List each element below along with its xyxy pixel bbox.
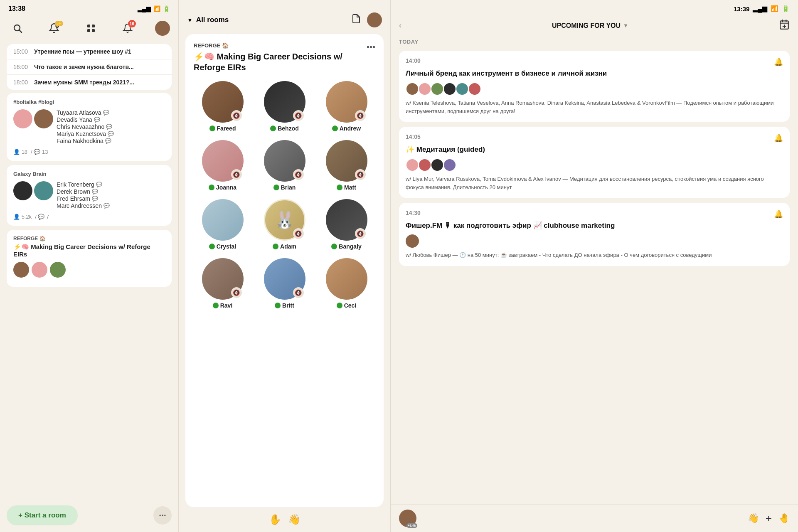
event-avatars-3 <box>406 234 783 248</box>
ev2-avatar-3 <box>431 158 444 172</box>
speaker-fareed[interactable]: 🔇 Fareed <box>194 81 251 132</box>
speaker-matt[interactable]: 🔇 Matt <box>318 140 375 191</box>
event-card-1430[interactable]: 14:30 🔔 Фишер.FM 🎙 как подготовить эфир … <box>399 203 790 266</box>
left-panel: 13:38 ▂▄▆ 📶 🔋 ✨ <box>0 0 179 532</box>
joanna-name: Joanna <box>209 184 236 191</box>
fareed-name: Fareed <box>209 125 236 132</box>
notification-badge: 16 <box>128 20 136 27</box>
event-title-3: Фишер.FM 🎙 как подготовить эфир 📈 clubho… <box>406 221 783 230</box>
chat-tags: #boltalka #blogi <box>13 99 165 105</box>
brian-name: Brian <box>273 184 296 191</box>
wifi-icon: 📶 <box>153 5 160 12</box>
event-time-1: 14:00 🔔 <box>406 57 783 66</box>
member-name-4: Mariya Kuznetsova 💬 <box>57 131 165 137</box>
room-detail-card: REFORGE 🏠 ⚡🧠 Making Big Career Decisions… <box>185 34 384 507</box>
member-names-list: Tuyaara Atlasova 💬 Devadis Yana 💬 Chris … <box>57 109 165 145</box>
all-rooms-button[interactable]: ▼ All rooms <box>187 16 229 24</box>
event-bell-1[interactable]: 🔔 <box>774 57 783 66</box>
bell-button[interactable]: 16 <box>118 19 137 37</box>
speaker-andrew[interactable]: 🔇 Andrew <box>318 81 375 132</box>
chat-card-boltalka[interactable]: #boltalka #blogi Tuyaara Atlasova 💬 Deva… <box>7 93 172 161</box>
member-name-2: Devadis Yana 💬 <box>57 116 165 123</box>
room-detail-title: ⚡🧠 Making Big Career Decisions w/ Reforg… <box>194 51 367 73</box>
matt-badge <box>337 185 342 190</box>
speaker-bangaly[interactable]: 🔇 Bangaly <box>318 199 375 250</box>
schedule-title-2: Что такое и зачем нужна благотв... <box>34 64 134 70</box>
leave-icon[interactable]: 👋 <box>288 514 300 525</box>
svg-point-8 <box>162 515 163 516</box>
battery-icon: 🔋 <box>163 5 170 12</box>
left-room-speakers <box>13 262 165 278</box>
back-button[interactable]: ‹ <box>399 21 401 30</box>
event-card-1405[interactable]: 14:05 🔔 ✨ Медитация (guided) w/ Liya Mur… <box>399 127 790 198</box>
joanna-mic-icon: 🔇 <box>231 169 242 180</box>
andrew-mic-icon: 🔇 <box>355 110 366 121</box>
plus-icon[interactable]: + <box>766 512 772 525</box>
fareed-badge <box>209 126 215 131</box>
left-speaker-2 <box>32 262 47 278</box>
room-more-button[interactable]: ••• <box>367 42 375 52</box>
left-room-card[interactable]: REFORGE 🏠 ⚡🧠 Making Big Career Decisions… <box>7 230 172 287</box>
activity-icon: ✨ <box>55 21 63 26</box>
schedule-item-3[interactable]: 18:00 Зачем нужны SMM тренды 2021?... <box>7 75 172 90</box>
schedule-item-2[interactable]: 16:00 Что такое и зачем нужна благотв... <box>7 59 172 75</box>
schedule-item-1[interactable]: 15:00 Утренние псы — утреннее шоу #1 <box>7 44 172 59</box>
room-detail-org: REFORGE 🏠 <box>194 42 367 49</box>
today-label: TODAY <box>399 39 790 45</box>
matt-name: Matt <box>337 184 356 191</box>
galaxy-member-2: Derek Brown 💬 <box>57 188 165 195</box>
schedule-time-2: 16:00 <box>13 64 34 70</box>
ravi-badge <box>213 303 219 308</box>
brian-mic-icon: 🔇 <box>293 169 304 180</box>
galaxy-member-1: Erik Torenberg 💬 <box>57 181 165 188</box>
event-avatars-1 <box>406 82 783 96</box>
mid-user-avatar[interactable] <box>367 12 382 27</box>
speaker-crystal[interactable]: Crystal <box>194 199 251 250</box>
svg-line-1 <box>20 30 22 33</box>
left-room-org: REFORGE 🏠 <box>13 236 165 241</box>
event-bell-3[interactable]: 🔔 <box>774 209 783 219</box>
schedule-section: 15:00 Утренние псы — утреннее шоу #1 16:… <box>7 44 172 90</box>
hand-icon[interactable]: ✋ <box>269 514 281 525</box>
ev1-avatar-2 <box>418 82 431 96</box>
speaker-adam[interactable]: 🐰 🔇 Adam <box>256 199 313 250</box>
calendar-add-icon[interactable] <box>779 19 790 32</box>
signal-icon: ▂▄▆ <box>138 5 151 12</box>
notifications-button[interactable]: ✨ <box>45 19 63 37</box>
fareed-mic-icon: 🔇 <box>231 110 242 121</box>
svg-point-9 <box>164 515 165 516</box>
ev1-avatar-1 <box>406 82 419 96</box>
wave-icon[interactable]: 👋 <box>748 513 759 524</box>
crystal-name: Crystal <box>209 243 236 250</box>
chat-card-galaxy[interactable]: Galaxy Brain Erik Torenberg 💬 Derek Brow… <box>7 165 172 226</box>
hand-raise-icon[interactable]: 🤚 <box>778 513 790 524</box>
speaker-joanna[interactable]: 🔇 Joanna <box>194 140 251 191</box>
crystal-badge <box>209 244 215 249</box>
search-button[interactable] <box>8 19 27 37</box>
svg-rect-6 <box>92 29 95 32</box>
event-bell-2[interactable]: 🔔 <box>774 133 783 143</box>
speaker-ravi[interactable]: 🔇 Ravi <box>194 258 251 309</box>
speaker-behzod[interactable]: 🔇 Behzod <box>256 81 313 132</box>
grid-button[interactable] <box>82 19 100 37</box>
ev2-avatar-2 <box>418 158 431 172</box>
start-room-button[interactable]: + Start a room <box>7 505 78 525</box>
ev2-avatar-1 <box>406 158 419 172</box>
event-desc-1: w/ Ksenia Teleshova, Tatiana Veselova, A… <box>406 99 783 115</box>
event-desc-2: w/ Liya Mur, Varvara Russkova, Toma Evdo… <box>406 175 783 191</box>
right-header-title: UPCOMING FOR YOU ▼ <box>552 22 628 30</box>
mid-header-icons <box>351 12 382 27</box>
behzod-badge <box>270 126 276 131</box>
speaker-ceci[interactable]: Ceci <box>318 258 375 309</box>
left-room-title: ⚡🧠 Making Big Career Decisions w/ Reforg… <box>13 243 165 258</box>
right-time: 13:39 <box>734 5 749 12</box>
document-icon[interactable] <box>351 14 361 26</box>
adam-badge <box>273 244 278 249</box>
event-card-1400[interactable]: 14:00 🔔 Личный бренд как инструмент в би… <box>399 51 790 122</box>
speaker-britt[interactable]: 🔇 Britt <box>256 258 313 309</box>
speaker-brian[interactable]: 🔇 Brian <box>256 140 313 191</box>
event-avatars-2 <box>406 158 783 172</box>
user-avatar[interactable] <box>155 21 170 36</box>
bottom-user-avatar[interactable]: +1.4k <box>399 510 416 527</box>
dots-menu-button[interactable] <box>153 506 172 525</box>
